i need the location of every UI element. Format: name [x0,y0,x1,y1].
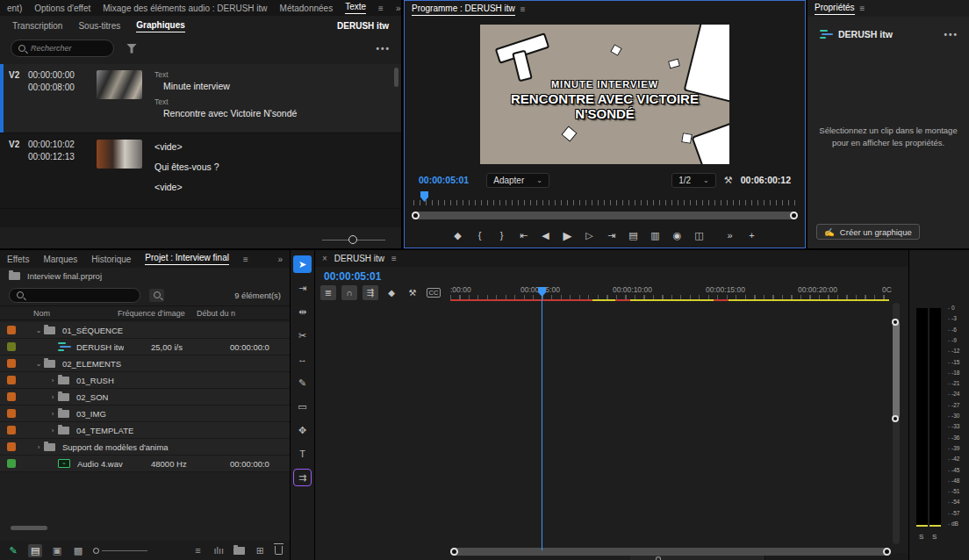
disclosure-chevron-icon[interactable]: › [47,410,58,418]
scrollbar-handle[interactable] [892,319,899,326]
panel-menu-icon[interactable]: ≡ [520,4,526,14]
graphics-list-item[interactable]: V200:00:10:0200:00:12:13<vide>Qui êtes-v… [0,133,401,209]
disclosure-chevron-icon[interactable]: › [33,443,44,451]
fit-dropdown[interactable]: Adapter⌄ [486,173,549,188]
close-icon[interactable]: × [322,254,327,263]
more-options-icon[interactable]: ••• [944,30,958,39]
project-row[interactable]: ›03_IMG [0,406,290,422]
mark-out-button[interactable]: } [497,230,507,241]
search-bin-icon[interactable] [149,289,164,302]
tab-metadata[interactable]: Métadonnées [280,4,334,13]
tab-audio-clip-mixer[interactable]: Mixage des éléments audio : DERUSH itw [103,4,267,13]
disclosure-chevron-icon[interactable]: › [47,393,58,401]
label-color-chip[interactable] [7,359,16,368]
tab-truncated[interactable]: ent) [7,4,22,13]
tab-effects[interactable]: Effets [7,255,29,264]
delete-button[interactable] [275,546,283,555]
playback-resolution-dropdown[interactable]: 1/2⌄ [671,173,716,188]
create-graphic-button[interactable]: ✍ Créer un graphique [816,224,920,240]
disclosure-chevron-icon[interactable]: › [47,377,58,384]
properties-title[interactable]: Propriétés [815,3,855,15]
filter-icon[interactable] [126,44,137,54]
new-item-button[interactable]: ⊞ [254,545,266,556]
project-row[interactable]: ›Support de modèles d'anima [0,439,290,456]
disclosure-chevron-icon[interactable]: ⌄ [33,360,44,368]
search-input[interactable]: Rechercher [11,39,114,57]
panel-menu-icon[interactable]: ≡ [860,4,865,13]
razor-tool[interactable]: ✂ [293,327,312,344]
play-button[interactable]: ▶ [563,229,573,242]
type-tool[interactable]: T [293,445,312,463]
nested-sequence-button[interactable]: ≣ [320,285,336,300]
captions-button[interactable]: CC [426,285,441,300]
step-forward-button[interactable]: ▷ [585,230,595,241]
project-column-headers[interactable]: Nom Fréquence d'image Début du n [0,305,290,320]
properties-sequence-item[interactable]: DERUSH itw ••• [808,17,969,39]
tab-graphics[interactable]: Graphiques [136,20,185,32]
solo-left-button[interactable]: S [919,533,923,541]
scrollbar-handle[interactable] [450,548,458,556]
ripple-edit-tool[interactable]: ⇹ [293,303,312,320]
panel-menu-icon[interactable]: ≡ [243,255,248,264]
timeline-vscrollbar[interactable] [893,303,900,544]
project-hscrollbar[interactable] [11,526,47,530]
label-color-chip[interactable] [7,326,16,334]
more-options-icon[interactable]: ••• [376,44,391,54]
project-row[interactable]: ≈Audio 4.wav48000 Hz00:00:00:0 [0,456,290,472]
tab-transcription[interactable]: Transcription [12,21,62,31]
new-bin-button[interactable] [233,547,245,555]
zoom-slider[interactable] [93,547,148,554]
overflow-chevrons-icon[interactable]: » [396,4,401,13]
tab-project[interactable]: Projet : Interview final [145,253,229,265]
tab-effect-controls[interactable]: Options d'effet [34,4,90,13]
step-back-button[interactable]: ◀ [541,230,551,241]
list-scrollbar[interactable] [394,68,398,87]
linked-selection-button[interactable]: ⇶ [362,285,378,300]
settings-wrench-icon[interactable]: ⚒ [723,175,734,186]
comparison-view-button[interactable]: ◫ [694,230,705,241]
automate-to-sequence-button[interactable]: ılıı [212,545,225,556]
rectangle-tool[interactable]: ▭ [293,398,312,415]
source-patch-v4[interactable]: V4 [667,557,683,560]
graphics-list-item[interactable]: V200:00:00:0000:00:08:00TextMinute inter… [0,64,401,133]
project-row[interactable]: ›02_SON [0,389,290,406]
project-row[interactable]: ⌄01_SÉQUENCE [0,322,290,339]
snap-button[interactable]: ∩ [341,285,357,300]
label-color-chip[interactable] [7,459,16,468]
timeline-tab-label[interactable]: DERUSH itw [334,254,384,263]
disclosure-chevron-icon[interactable]: › [47,427,58,434]
add-button[interactable]: + [747,230,757,241]
label-color-chip[interactable] [7,409,16,418]
program-zoom-scrollbar[interactable] [412,212,798,219]
panel-menu-icon[interactable]: ≡ [391,254,397,263]
disclosure-chevron-icon[interactable]: ⌄ [33,327,44,334]
pen-tool[interactable]: ✎ [293,374,312,391]
label-color-chip[interactable] [7,442,16,451]
list-view-button[interactable]: ▤ [28,544,42,557]
selection-tool[interactable]: ➤ [293,255,312,273]
icon-view-button[interactable]: ▣ [51,545,63,556]
slip-tool[interactable]: ↔ [293,350,312,368]
go-to-out-button[interactable]: ⇥ [607,230,617,241]
project-row[interactable]: ›04_TEMPLATE [0,422,290,439]
label-color-chip[interactable] [7,426,16,434]
timeline-settings-button[interactable]: ⚒ [405,285,420,300]
scrollbar-handle[interactable] [892,415,899,422]
tab-captions[interactable]: Sous-titres [78,21,120,31]
export-frame-button[interactable]: ◉ [672,230,683,241]
overflow-chevrons-icon[interactable]: » [277,255,283,264]
program-current-timecode[interactable]: 00:00:05:01 [419,175,469,185]
remix-tool[interactable]: ⇉ [293,469,312,486]
timeline-ruler[interactable]: :00:0000:00:05:0000:00:10:0000:00:15:000… [450,285,889,301]
go-to-in-button[interactable]: ⇤ [519,230,529,241]
timeline-current-timecode[interactable]: 00:00:05:01 [324,270,381,283]
freeform-view-button[interactable]: ▩ [72,545,84,556]
add-marker-button[interactable]: ◆ [453,230,463,241]
track-select-forward-tool[interactable]: ⇥ [293,279,312,297]
program-mini-timeline[interactable] [413,193,796,205]
tab-history[interactable]: Historique [91,255,131,264]
solo-right-button[interactable]: S [932,533,937,541]
sort-button[interactable]: ≡ [191,545,204,556]
timeline-hscrollbar[interactable] [450,548,891,556]
project-search-input[interactable] [9,288,140,303]
